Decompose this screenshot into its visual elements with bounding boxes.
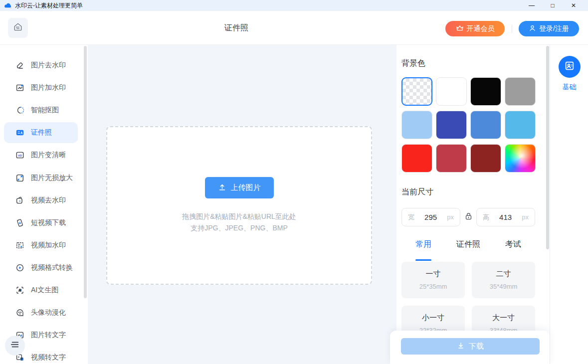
swatch-transparent[interactable]: [401, 77, 432, 106]
lock-icon: [464, 212, 473, 222]
current-size-title: 当前尺寸: [401, 187, 433, 197]
download-button-label: 下载: [469, 342, 484, 351]
sidebar-item-video-watermark-add[interactable]: 视频加水印: [4, 235, 78, 256]
vip-button-label: 开通会员: [467, 24, 495, 33]
crown-icon: [456, 24, 464, 33]
menu-list-icon: [10, 341, 19, 350]
size-preset-name: 小一寸: [401, 313, 465, 323]
tab-common[interactable]: 常用: [415, 237, 431, 257]
video-convert-icon: [15, 263, 24, 273]
svg-text:T: T: [21, 358, 22, 361]
size-category-tabs: 常用 证件照 考试: [401, 237, 535, 257]
page-title: 证件照: [187, 23, 286, 33]
menu-fab-button[interactable]: [5, 336, 25, 356]
download-icon: [457, 342, 465, 351]
basic-mode-button[interactable]: [559, 56, 581, 78]
hd-icon: HD: [15, 151, 24, 160]
width-value: 295: [424, 213, 437, 221]
width-input[interactable]: 宽 295 px: [401, 208, 460, 226]
avatar-cartoon-icon: [15, 308, 24, 318]
sidebar-item-image-upscale[interactable]: 图片无损放大: [4, 168, 78, 188]
sidebar-item-id-photo[interactable]: 证件照: [4, 122, 78, 143]
sidebar-item-label: 证件照: [31, 128, 52, 137]
size-preset-2inch[interactable]: 二寸 35*49mm: [472, 262, 535, 298]
upload-dropzone[interactable]: 上传图片 拖拽图片&粘贴图片&粘贴URL至此处 支持JPG、JPEG、PNG、B…: [106, 126, 372, 285]
svg-text:HD: HD: [17, 154, 21, 157]
settings-panel: 背景色 当前尺寸 宽 295 px: [396, 45, 545, 364]
aspect-lock-button[interactable]: [460, 212, 476, 222]
sidebar-item-smart-cutout[interactable]: 智能抠图: [4, 100, 78, 121]
size-preset-dim: 25*35mm: [401, 283, 465, 290]
sidebar-item-image-enhance[interactable]: HD 图片变清晰: [4, 145, 78, 166]
tab-exam[interactable]: 考试: [505, 237, 521, 257]
swatch-sky-blue[interactable]: [505, 111, 536, 139]
swatch-dark-blue[interactable]: [436, 111, 467, 139]
background-color-title: 背景色: [401, 58, 425, 69]
window-titlebar: 水印云-让素材处理更简单 — □ ✕: [0, 0, 588, 11]
sidebar-item-label: 图片转文字: [31, 331, 66, 340]
sidebar-item-label: 视频转文字: [31, 353, 66, 362]
swatch-red[interactable]: [401, 144, 432, 173]
size-preset-1inch[interactable]: 一寸 25*35mm: [401, 262, 465, 298]
minimize-button[interactable]: —: [521, 0, 542, 11]
swatch-gray[interactable]: [505, 77, 536, 106]
height-value: 413: [499, 213, 512, 221]
height-input[interactable]: 高 413 px: [476, 208, 535, 226]
app-logo-cloud-icon: [4, 2, 12, 9]
upload-hint-line2: 支持JPG、JPEG、PNG、BMP: [182, 222, 296, 234]
upload-hints: 拖拽图片&粘贴图片&粘贴URL至此处 支持JPG、JPEG、PNG、BMP: [182, 211, 296, 234]
swatch-blue[interactable]: [470, 111, 501, 139]
sidebar-item-ai-text-to-image[interactable]: AI AI文生图: [4, 280, 78, 301]
swatch-white[interactable]: [436, 77, 467, 106]
swatch-custom-color-picker[interactable]: [505, 144, 536, 173]
swatch-dark-red[interactable]: [470, 144, 501, 173]
sidebar-item-label: 短视频下载: [31, 218, 66, 227]
upload-hint-line1: 拖拽图片&粘贴图片&粘贴URL至此处: [182, 211, 296, 222]
swatch-crimson[interactable]: [436, 144, 467, 173]
tab-id-photo[interactable]: 证件照: [456, 237, 480, 257]
login-register-button[interactable]: 登录/注册: [519, 21, 579, 36]
size-preset-dim: 35*49mm: [472, 283, 535, 290]
vip-button[interactable]: 开通会员: [445, 21, 505, 36]
upload-button-label: 上传图片: [231, 183, 261, 192]
cutout-icon: [15, 106, 24, 115]
sidebar-item-short-video-download[interactable]: 短视频下载: [4, 212, 78, 233]
header-divider: [512, 25, 512, 33]
video-add-icon: [15, 241, 24, 250]
swatch-light-blue[interactable]: [401, 111, 432, 139]
size-preset-name: 大一寸: [472, 313, 535, 323]
height-label: 高: [483, 213, 489, 222]
download-bar: 下载: [390, 331, 550, 364]
swatch-black[interactable]: [470, 77, 501, 106]
header: 证件照 开通会员 登录/注册: [0, 11, 588, 45]
basic-mode-label[interactable]: 基础: [550, 83, 588, 92]
sidebar-item-video-format-convert[interactable]: 视频格式转换: [4, 257, 78, 278]
size-preset-name: 二寸: [472, 269, 535, 279]
sidebar-item-avatar-cartoonize[interactable]: 头像动漫化: [4, 302, 78, 323]
id-card-icon: [15, 128, 24, 138]
sidebar-item-label: 图片去水印: [31, 61, 66, 70]
home-icon: [13, 22, 23, 34]
ai-generate-icon: AI: [15, 286, 24, 295]
dimension-row: 宽 295 px 高 413 px: [401, 208, 535, 226]
sidebar-item-image-watermark-add[interactable]: 图片加水印: [4, 77, 78, 98]
home-button[interactable]: [8, 18, 28, 38]
sidebar-scrollbar[interactable]: [84, 46, 87, 298]
sidebar-item-image-watermark-remove[interactable]: 图片去水印: [4, 55, 78, 76]
image-add-icon: [15, 83, 24, 93]
close-button[interactable]: ✕: [563, 0, 584, 11]
eraser-icon: [15, 61, 24, 70]
sidebar-item-label: 图片加水印: [31, 83, 66, 92]
width-unit: px: [447, 213, 454, 221]
upload-image-button[interactable]: 上传图片: [205, 177, 274, 198]
background-swatch-grid: [401, 77, 536, 173]
maximize-button[interactable]: □: [542, 0, 563, 11]
sidebar-item-video-watermark-remove[interactable]: 视频去水印: [4, 190, 78, 211]
panel-scrollbar[interactable]: [546, 46, 549, 249]
sidebar-item-label: 头像动漫化: [31, 308, 66, 317]
upload-icon: [218, 183, 226, 193]
sidebar-item-label: 视频加水印: [31, 241, 66, 250]
sidebar-item-label: 智能抠图: [31, 106, 59, 115]
right-rail: 基础: [550, 45, 588, 364]
download-button[interactable]: 下载: [401, 338, 540, 355]
